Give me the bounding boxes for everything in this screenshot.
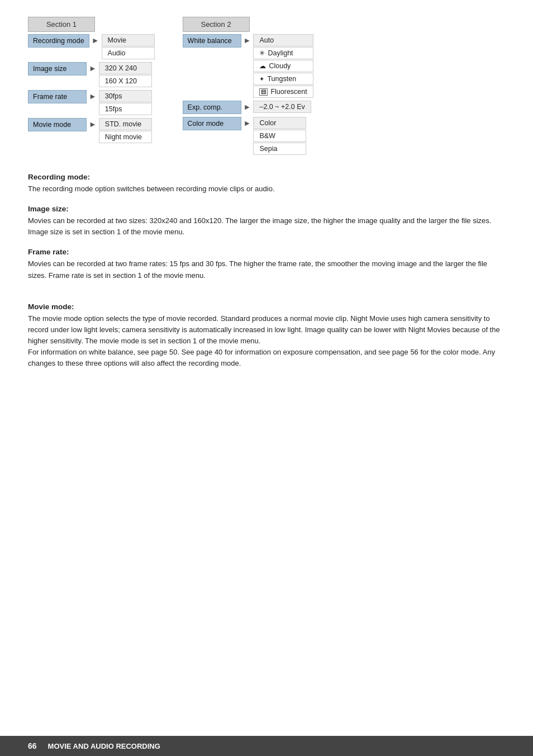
section2-block: Section 2 White balance ► Auto ✳ Dayligh… xyxy=(183,17,313,156)
section1-title: Section 1 xyxy=(28,17,95,32)
image-size-desc-title: Image size: xyxy=(28,205,505,213)
color-mode-row: Color mode ► Color B&W Sepia xyxy=(183,117,313,155)
footer-bar: 66 MOVIE AND AUDIO RECORDING xyxy=(0,736,533,756)
frame-rate-label: Frame rate xyxy=(28,90,87,103)
opt-15fps: 15fps xyxy=(99,103,152,115)
opt-exp-range: –2.0 ~ +2.0 Ev xyxy=(253,101,311,113)
opt-audio: Audio xyxy=(102,47,155,59)
movie-mode-arrow: ► xyxy=(87,118,99,131)
image-size-arrow: ► xyxy=(87,62,99,75)
white-balance-row: White balance ► Auto ✳ Daylight ☁ Cloudy xyxy=(183,34,313,98)
exp-comp-arrow: ► xyxy=(241,101,254,114)
footer-title: MOVIE AND AUDIO RECORDING xyxy=(48,742,160,750)
opt-night-movie: Night movie xyxy=(99,131,152,143)
image-size-row: Image size ► 320 X 240 160 X 120 xyxy=(28,62,155,87)
opt-auto: Auto xyxy=(253,34,313,46)
section1-block: Section 1 Recording mode ► Movie Audio I… xyxy=(28,17,155,144)
opt-std-movie: STD. movie xyxy=(99,118,152,130)
color-mode-options: Color B&W Sepia xyxy=(253,117,306,155)
menu-diagram: Section 1 Recording mode ► Movie Audio I… xyxy=(28,17,505,156)
fluor-icon: ⊟ xyxy=(259,88,268,96)
frame-rate-row: Frame rate ► 30fps 15fps xyxy=(28,90,155,115)
color-mode-label: Color mode xyxy=(183,117,241,130)
recording-mode-desc-body: The recording mode option switches betwe… xyxy=(28,183,505,195)
recording-mode-description: Recording mode: The recording mode optio… xyxy=(28,173,505,195)
movie-mode-description: Movie mode: The movie mode option select… xyxy=(28,303,505,370)
image-size-label: Image size xyxy=(28,62,87,75)
image-size-description: Image size: Movies can be recorded at tw… xyxy=(28,205,505,238)
opt-320x240: 320 X 240 xyxy=(99,62,152,74)
exp-comp-options: –2.0 ~ +2.0 Ev xyxy=(253,101,311,113)
frame-rate-desc-body: Movies can be recorded at two frame rate… xyxy=(28,258,505,281)
recording-mode-row: Recording mode ► Movie Audio xyxy=(28,34,155,59)
frame-rate-arrow: ► xyxy=(87,90,99,103)
opt-daylight: ✳ Daylight xyxy=(253,47,313,59)
exp-comp-row: Exp. comp. ► –2.0 ~ +2.0 Ev xyxy=(183,101,313,114)
opt-bw: B&W xyxy=(253,130,306,142)
movie-mode-desc-title: Movie mode: xyxy=(28,303,505,311)
opt-movie: Movie xyxy=(102,34,155,46)
cloud-icon: ☁ xyxy=(259,62,266,70)
page-number: 66 xyxy=(28,741,37,750)
exp-comp-label: Exp. comp. xyxy=(183,101,241,114)
recording-mode-desc-title: Recording mode: xyxy=(28,173,505,181)
sun-icon: ✳ xyxy=(259,49,265,57)
opt-30fps: 30fps xyxy=(99,90,152,102)
recording-mode-label: Recording mode xyxy=(28,34,89,48)
recording-mode-arrow: ► xyxy=(89,34,102,47)
recording-mode-options: Movie Audio xyxy=(102,34,155,59)
opt-tungsten: ✦ Tungsten xyxy=(253,73,313,85)
opt-color: Color xyxy=(253,117,306,129)
image-size-options: 320 X 240 160 X 120 xyxy=(99,62,152,87)
section2-title: Section 2 xyxy=(183,17,250,32)
white-balance-options: Auto ✳ Daylight ☁ Cloudy xyxy=(253,34,313,98)
image-size-desc-body: Movies can be recorded at two sizes: 320… xyxy=(28,215,505,238)
frame-rate-desc-title: Frame rate: xyxy=(28,248,505,256)
white-balance-arrow: ► xyxy=(241,34,254,47)
movie-mode-row: Movie mode ► STD. movie Night movie xyxy=(28,118,155,143)
movie-mode-desc-body: The movie mode option selects the type o… xyxy=(28,313,505,370)
white-balance-label: White balance xyxy=(183,34,241,48)
opt-fluorescent: ⊟ Fluorescent xyxy=(253,86,313,98)
frame-rate-description: Frame rate: Movies can be recorded at tw… xyxy=(28,248,505,281)
bulb-icon: ✦ xyxy=(259,75,264,83)
frame-rate-options: 30fps 15fps xyxy=(99,90,152,115)
opt-cloudy: ☁ Cloudy xyxy=(253,60,313,72)
color-mode-arrow: ► xyxy=(241,117,254,130)
opt-sepia: Sepia xyxy=(253,143,306,155)
movie-mode-options: STD. movie Night movie xyxy=(99,118,152,143)
movie-mode-label: Movie mode xyxy=(28,118,87,131)
opt-160x120: 160 X 120 xyxy=(99,75,152,87)
